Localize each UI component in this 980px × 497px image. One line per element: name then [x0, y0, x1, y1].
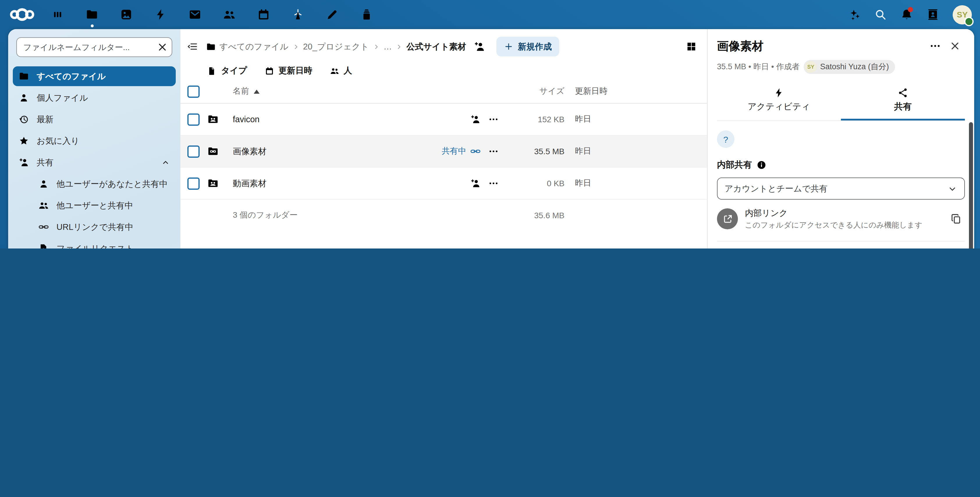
top-right-actions: SY: [848, 5, 972, 24]
table-row[interactable]: favicon 152 KB 昨日: [180, 104, 707, 135]
sharing-help-button[interactable]: ?: [717, 131, 734, 148]
notifications-bell-icon[interactable]: [900, 8, 913, 21]
breadcrumb-current-folder[interactable]: 公式サイト素材: [406, 41, 466, 52]
panel-meta: 35.5 MB • 昨日 • 作成者 SY Satoshi Yuza (自分): [717, 60, 965, 74]
notification-badge: [908, 7, 913, 12]
filter-type-chip[interactable]: タイプ: [207, 65, 247, 76]
row-checkbox[interactable]: [188, 113, 200, 126]
breadcrumb: すべてのファイル 20_プロジェクト … 公式サイト素材 新規作成: [180, 29, 707, 59]
top-bar: SY: [0, 0, 980, 29]
row-checkbox[interactable]: [188, 177, 200, 190]
row-actions-icon[interactable]: [484, 110, 503, 129]
sidebar-item-personal-files[interactable]: 個人ファイル: [13, 88, 176, 108]
shared-status-button[interactable]: 共有中: [442, 146, 481, 156]
user-avatar[interactable]: SY: [953, 5, 972, 24]
row-checkbox[interactable]: [188, 145, 200, 158]
sidebar-item-shared-with-you[interactable]: 他ユーザーがあなたと共有中: [33, 174, 176, 194]
search-icon[interactable]: [874, 8, 887, 21]
link-icon: [470, 146, 481, 156]
link-shared-folder-icon: [207, 145, 219, 157]
share-current-folder-icon[interactable]: [469, 37, 489, 56]
breadcrumb-root[interactable]: すべてのファイル: [206, 41, 288, 52]
filter-chips: タイプ 更新日時 人: [180, 59, 707, 80]
internal-share-heading: 内部共有: [717, 159, 965, 170]
screen: SY すべてのファイル 個人ファイル 最新 お気に入り 共有 他ユーザーがあなた…: [0, 0, 980, 248]
info-icon[interactable]: [757, 160, 767, 170]
sidebar-item-shares[interactable]: 共有: [13, 153, 176, 172]
chevron-down-icon: [947, 183, 957, 193]
sidebar-item-all-files[interactable]: すべてのファイル: [13, 66, 176, 86]
panel-actions-icon[interactable]: [925, 36, 945, 56]
chevron-right-icon: [372, 43, 380, 50]
column-name[interactable]: 名前: [233, 86, 481, 97]
app-calendar-icon[interactable]: [257, 8, 270, 21]
app-windmill-icon[interactable]: [291, 8, 304, 21]
internal-share-select[interactable]: アカウントとチームで共有: [717, 177, 965, 200]
filename-filter: [16, 37, 172, 57]
sidebar-item-shared-with-others[interactable]: 他ユーザーと共有中: [33, 196, 176, 215]
chevron-up-icon[interactable]: [161, 158, 170, 167]
app-activity-icon[interactable]: [154, 8, 167, 21]
total-size: 35.6 MB: [534, 211, 565, 220]
active-app-dot: [91, 24, 94, 27]
internal-link-desc: このフォルダにアクセスできる人にのみ機能します: [745, 220, 940, 230]
app-notes-icon[interactable]: [326, 8, 339, 21]
app-content: すべてのファイル 個人ファイル 最新 お気に入り 共有 他ユーザーがあなたと共有…: [8, 29, 974, 248]
filter-people-chip[interactable]: 人: [330, 65, 352, 76]
panel-scrollbar[interactable]: [969, 122, 973, 248]
tab-sharing[interactable]: 共有: [841, 82, 965, 121]
app-contacts-icon[interactable]: [223, 8, 236, 21]
app-files-icon[interactable]: [86, 8, 99, 21]
column-size[interactable]: サイズ: [539, 86, 565, 97]
app-stack-icon[interactable]: [360, 8, 373, 21]
collapse-sidebar-icon[interactable]: [183, 37, 202, 56]
folder-count: 3 個のフォルダー: [233, 210, 506, 221]
internal-link-row[interactable]: 内部リンク このフォルダにアクセスできる人にのみ機能します: [717, 208, 965, 230]
external-link-icon: [717, 209, 738, 229]
contacts-menu-icon[interactable]: [926, 8, 939, 21]
sidebar-item-favorites[interactable]: お気に入り: [13, 131, 176, 151]
app-photos-icon[interactable]: [120, 8, 133, 21]
breadcrumb-collapsed-ellipsis[interactable]: …: [383, 42, 392, 51]
sidebar-item-shared-by-link[interactable]: URLリンクで共有中: [33, 217, 176, 237]
divider: [717, 241, 965, 241]
list-summary: 3 個のフォルダー 35.6 MB: [180, 200, 707, 231]
share-button[interactable]: [470, 178, 481, 188]
chevron-right-icon: [292, 43, 299, 50]
sidebar-item-file-requests[interactable]: ファイルリクエスト: [33, 239, 176, 248]
row-actions-icon[interactable]: [484, 142, 503, 161]
row-actions-icon[interactable]: [484, 174, 503, 193]
filename-filter-input[interactable]: [16, 37, 172, 57]
sidebar-item-recent[interactable]: 最新: [13, 110, 176, 129]
filter-modified-chip[interactable]: 更新日時: [264, 65, 312, 76]
owner-chip[interactable]: SY Satoshi Yuza (自分): [804, 60, 895, 74]
details-panel: 画像素材 35.5 MB • 昨日 • 作成者 SY Satoshi Yuza …: [707, 29, 974, 248]
shared-folder-icon: [207, 113, 219, 125]
sort-asc-icon: [254, 89, 259, 93]
copy-internal-link-icon[interactable]: [947, 210, 965, 228]
new-button[interactable]: 新規作成: [496, 37, 559, 56]
panel-title: 画像素材: [717, 38, 925, 54]
breadcrumb-project[interactable]: 20_プロジェクト: [303, 41, 369, 52]
owner-name: Satoshi Yuza (自分): [820, 62, 889, 72]
app-dashboard-icon[interactable]: [51, 8, 64, 21]
table-row[interactable]: 動画素材 0 KB 昨日: [180, 167, 707, 200]
owner-avatar: SY: [805, 61, 816, 73]
table-header: 名前 サイズ 更新日時: [180, 80, 707, 104]
panel-tabs: アクティビティ 共有: [717, 82, 965, 121]
file-list-area: すべてのファイル 20_プロジェクト … 公式サイト素材 新規作成 タイプ 更新…: [180, 29, 707, 248]
column-modified[interactable]: 更新日時: [565, 86, 632, 97]
grid-view-toggle-icon[interactable]: [681, 37, 701, 56]
select-all-checkbox[interactable]: [188, 85, 200, 97]
share-button[interactable]: [470, 114, 481, 124]
app-mail-icon[interactable]: [189, 8, 201, 21]
app-menu: [51, 8, 373, 21]
assistant-sparkles-icon[interactable]: [848, 8, 861, 21]
clear-filter-icon[interactable]: [156, 41, 168, 53]
shared-folder-icon: [207, 177, 219, 189]
table-row[interactable]: 画像素材 共有中 35.5 MB 昨日: [180, 135, 707, 167]
close-icon[interactable]: [945, 36, 965, 56]
nextcloud-logo-icon: [9, 7, 35, 22]
files-sidebar: すべてのファイル 個人ファイル 最新 お気に入り 共有 他ユーザーがあなたと共有…: [8, 29, 180, 248]
tab-activity[interactable]: アクティビティ: [717, 82, 841, 121]
